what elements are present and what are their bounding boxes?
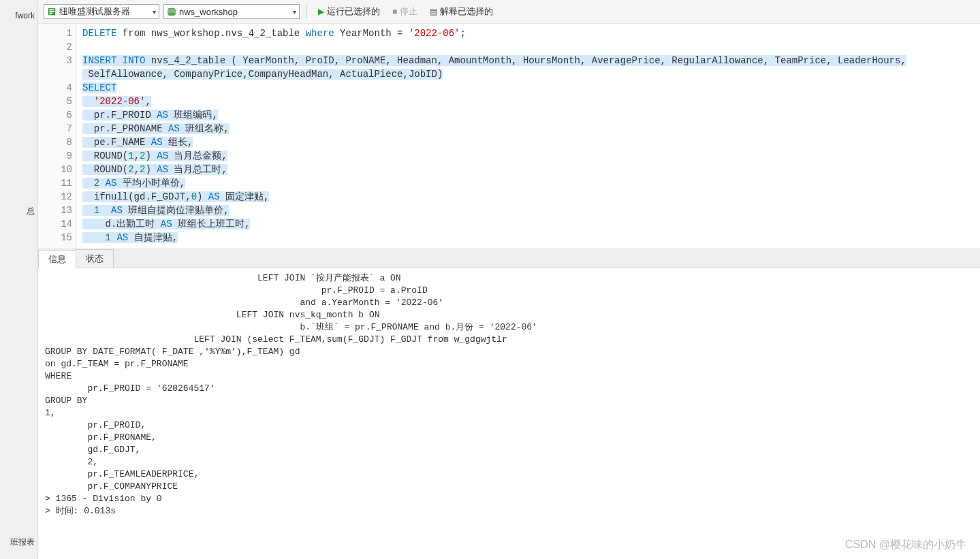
stop-button[interactable]: ■ 停止 (388, 4, 422, 19)
explain-button[interactable]: ▤ 解释已选择的 (426, 4, 497, 19)
sidebar-item-report[interactable]: 班报表 (0, 532, 37, 552)
sidebar-item-fwork[interactable]: fwork (0, 7, 37, 25)
svg-rect-2 (50, 11, 54, 12)
database-label: nws_workshop (179, 7, 238, 17)
output-pane[interactable]: LEFT JOIN `按月产能报表` a ON pr.F_PROID = a.P… (38, 268, 980, 559)
database-icon (167, 7, 176, 16)
connection-icon (47, 7, 57, 16)
main-pane: 纽唯盛测试服务器 ▾ nws_workshop ▾ ▶ 运行已选择的 ■ (38, 0, 980, 559)
sidebar-item-total[interactable]: 总 (0, 202, 37, 221)
connection-label: 纽唯盛测试服务器 (59, 5, 130, 18)
svg-point-6 (168, 13, 176, 16)
toolbar: 纽唯盛测试服务器 ▾ nws_workshop ▾ ▶ 运行已选择的 ■ (38, 0, 980, 24)
line-gutter: 123 456789101112131415 (38, 24, 77, 249)
connection-combo[interactable]: 纽唯盛测试服务器 ▾ (44, 4, 159, 19)
chevron-down-icon: ▾ (293, 8, 296, 16)
svg-rect-1 (50, 10, 54, 11)
stop-label: 停止 (400, 5, 417, 18)
code-area[interactable]: DELETE from nws_workshop.nvs_4_2_table w… (77, 24, 980, 249)
svg-rect-3 (50, 13, 52, 14)
result-tabs: 信息 状态 (38, 249, 980, 268)
left-sidebar: fwork 总 班报表 (0, 0, 38, 559)
play-icon: ▶ (318, 7, 324, 16)
app-root: fwork 总 班报表 纽唯盛测试服务器 ▾ nws_ (0, 0, 980, 559)
sql-editor[interactable]: 123 456789101112131415 DELETE from nws_w… (38, 24, 980, 249)
database-combo[interactable]: nws_workshop ▾ (163, 4, 300, 19)
tab-info[interactable]: 信息 (38, 250, 76, 268)
run-button[interactable]: ▶ 运行已选择的 (314, 4, 384, 19)
stop-icon: ■ (392, 7, 397, 16)
chevron-down-icon: ▾ (153, 8, 156, 16)
run-label: 运行已选择的 (327, 5, 380, 18)
explain-icon: ▤ (430, 7, 437, 16)
explain-label: 解释已选择的 (440, 5, 493, 18)
tab-status[interactable]: 状态 (76, 249, 114, 268)
toolbar-divider (306, 5, 307, 18)
